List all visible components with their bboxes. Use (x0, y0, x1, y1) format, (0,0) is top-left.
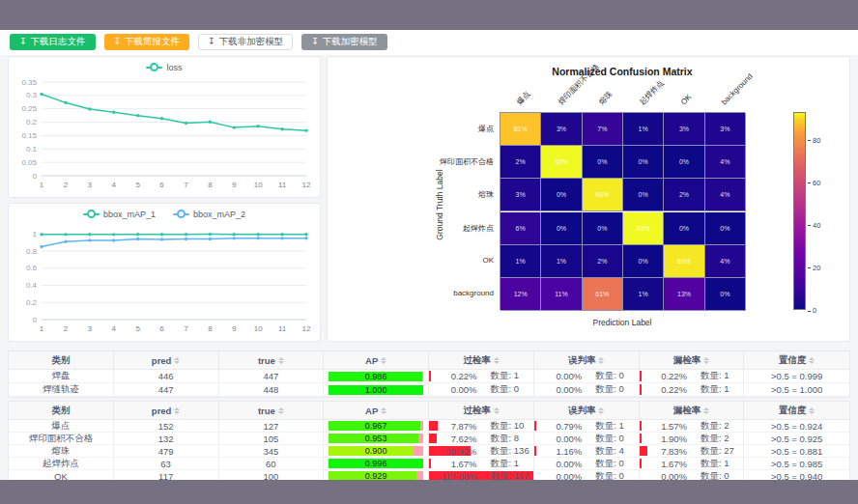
matrix-cell: 4% (705, 179, 746, 211)
ap-bar-track: 1.000 (329, 385, 423, 395)
matrix-cell-value: 0% (679, 225, 689, 232)
sort-icon[interactable] (278, 357, 284, 364)
sort-icon[interactable] (494, 407, 500, 414)
class-name-cell: 起焊炸点 (9, 458, 114, 470)
rate-percent: 1.67% (640, 459, 688, 469)
svg-text:4: 4 (112, 181, 117, 189)
svg-text:10: 10 (254, 181, 263, 189)
legend-item-loss[interactable]: loss (146, 63, 182, 72)
sort-icon[interactable] (174, 357, 180, 364)
column-header-label: 漏检率 (673, 405, 701, 417)
column-header-7[interactable]: 置信度 (744, 351, 849, 370)
svg-text:0: 0 (33, 316, 38, 324)
download-log-button[interactable]: ↧下载日志文件 (10, 34, 96, 50)
pred-cell: 132 (114, 433, 219, 445)
matrix-cell-value: 89% (677, 258, 691, 265)
over-detection-cell: 7.87%数量: 10 (429, 420, 534, 433)
download-unencrypted-model-button[interactable]: ↧下载非加密模型 (198, 34, 293, 50)
download-report-button[interactable]: ↧下载简报文件 (104, 34, 190, 50)
rate-count: 数量: 1 (477, 458, 533, 470)
matrix-cell-value: 13% (677, 291, 691, 297)
matrix-cell: 93% (541, 146, 582, 179)
rate-count: 数量: 0 (582, 458, 638, 470)
sort-icon[interactable] (381, 357, 386, 364)
column-header-3[interactable]: AP (324, 402, 429, 420)
true-cell: 127 (219, 420, 325, 433)
column-header-7[interactable]: 置信度 (744, 402, 849, 420)
matrix-cell-value: 2% (597, 258, 607, 265)
legend-item-bbox_mAP_1[interactable]: bbox_mAP_1 (83, 210, 156, 219)
button-label: 下载日志文件 (31, 36, 86, 48)
table-header-row: 类别predtrueAP过检率误判率漏检率置信度 (9, 402, 849, 420)
pred-cell: 479 (114, 445, 219, 458)
over-detection-cell: 1.67%数量: 1 (429, 458, 534, 470)
download-encrypted-model-button[interactable]: ↧下载加密模型 (301, 34, 387, 50)
legend-item-bbox_mAP_2[interactable]: bbox_mAP_2 (173, 210, 245, 219)
svg-text:4: 4 (112, 324, 117, 333)
column-header-5[interactable]: 误判率 (534, 402, 640, 420)
pred-cell: 447 (114, 383, 219, 397)
matrix-cell-value: 3% (679, 126, 689, 132)
button-label: 下载加密模型 (323, 36, 378, 48)
matrix-cell: 12% (500, 278, 541, 311)
column-header-4[interactable]: 过检率 (429, 351, 534, 370)
rate-percent: 0.00% (534, 459, 583, 469)
svg-text:0.2: 0.2 (26, 118, 38, 126)
toolbar: ↧下载日志文件↧下载简报文件↧下载非加密模型↧下载加密模型 (10, 34, 387, 50)
column-header-6[interactable]: 漏检率 (640, 402, 745, 420)
sort-icon[interactable] (494, 357, 500, 364)
rate-count: 数量: 8 (477, 433, 533, 445)
column-header-0: 类别 (9, 351, 114, 370)
sort-icon[interactable] (809, 357, 815, 364)
sort-icon[interactable] (703, 407, 709, 414)
matrix-cell: 11% (541, 278, 582, 311)
sort-icon[interactable] (174, 407, 180, 414)
column-header-2[interactable]: true (219, 402, 325, 420)
matrix-row-label: background (328, 289, 494, 297)
matrix-cell: 1% (623, 113, 664, 146)
colorbar-tick: 60 (808, 179, 820, 187)
column-header-2[interactable]: true (219, 351, 325, 370)
matrix-cell: 3% (664, 113, 704, 146)
missed-detection-cell: 1.57%数量: 2 (640, 420, 745, 433)
ap-value: 0.953 (329, 433, 423, 444)
column-header-4[interactable]: 过检率 (429, 402, 534, 420)
confidence-cell: >0.5 = 0.925 (744, 433, 849, 445)
column-header-6[interactable]: 漏检率 (640, 351, 745, 370)
matrix-cell-value: 2% (516, 158, 526, 165)
sort-icon[interactable] (809, 407, 815, 414)
sort-icon[interactable] (598, 357, 604, 364)
true-cell: 345 (219, 445, 325, 458)
matrix-cell: 0% (583, 146, 623, 179)
sort-icon[interactable] (381, 407, 386, 414)
svg-text:0.05: 0.05 (21, 158, 37, 167)
sort-icon[interactable] (703, 357, 709, 364)
table-row: 爆点1521270.9677.87%数量: 100.79%数量: 11.57%数… (9, 420, 849, 433)
column-header-label: 误判率 (568, 405, 596, 417)
column-header-5[interactable]: 误判率 (534, 351, 640, 370)
column-header-1[interactable]: pred (114, 402, 219, 420)
svg-text:7: 7 (184, 324, 188, 333)
legend-label: bbox_mAP_1 (103, 210, 156, 219)
confusion-matrix-xlabel: Prediction Label (500, 318, 745, 327)
svg-text:7: 7 (184, 181, 188, 189)
ap-value: 0.967 (329, 420, 423, 432)
svg-text:12: 12 (302, 181, 311, 189)
rate-count: 数量: 0 (582, 370, 638, 382)
line-series-icon (146, 63, 162, 72)
matrix-cell-value: 93% (555, 158, 568, 165)
ap-cell: 0.996 (324, 458, 429, 470)
rate-percent: 0.00% (429, 384, 477, 395)
rate-count: 数量: 0 (477, 383, 533, 396)
sort-icon[interactable] (598, 407, 604, 414)
matrix-cell-value: 0% (557, 225, 566, 232)
rate-percent: 0.22% (640, 384, 688, 395)
button-label: 下载非加密模型 (219, 36, 284, 48)
matrix-cell: 13% (664, 278, 704, 311)
sort-icon[interactable] (278, 407, 284, 414)
matrix-cell-value: 81% (514, 126, 528, 132)
confidence-cell: >0.5 = 0.924 (744, 420, 849, 433)
column-header-3[interactable]: AP (324, 351, 429, 370)
missed-detection-cell: 7.83%数量: 27 (640, 445, 745, 458)
column-header-1[interactable]: pred (114, 351, 219, 370)
